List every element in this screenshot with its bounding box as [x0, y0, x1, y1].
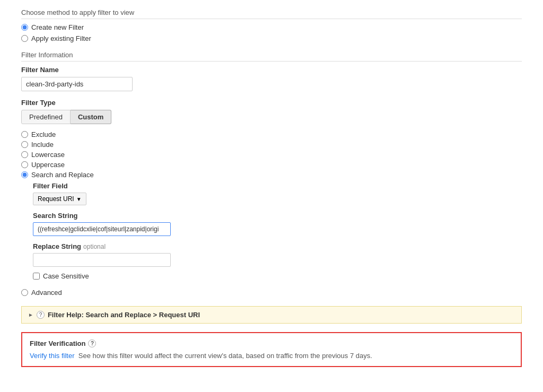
filter-info-section: Filter Information Filter Name Filter Ty…	[21, 51, 522, 297]
search-string-input[interactable]	[33, 222, 171, 236]
advanced-option[interactable]: Advanced	[21, 289, 522, 297]
advanced-section: Advanced	[21, 289, 522, 297]
replace-string-input[interactable]	[33, 253, 171, 267]
create-new-label: Create new Filter	[31, 23, 84, 31]
advanced-radio[interactable]	[21, 289, 28, 296]
custom-options: Exclude Include Lowercase Uppercase Sear…	[21, 130, 522, 280]
verification-title-text: Filter Verification	[30, 339, 85, 347]
create-new-filter-option[interactable]: Create new Filter	[21, 23, 522, 31]
tab-custom[interactable]: Custom	[71, 110, 111, 124]
lowercase-radio[interactable]	[21, 151, 28, 158]
filter-help-text: Filter Help: Search and Replace > Reques…	[48, 311, 200, 319]
filter-name-label: Filter Name	[21, 66, 522, 74]
filter-info-title: Filter Information	[21, 51, 522, 62]
method-section: Choose method to apply filter to view Cr…	[21, 8, 522, 42]
search-replace-details: Filter Field Request URI ▼ Search String…	[33, 182, 522, 280]
filter-type-section: Filter Type Predefined Custom	[21, 99, 522, 124]
verification-body: Verify this filter See how this filter w…	[30, 352, 513, 360]
exclude-radio[interactable]	[21, 131, 28, 138]
lowercase-option[interactable]: Lowercase	[21, 151, 522, 159]
advanced-label: Advanced	[31, 289, 62, 297]
case-sensitive-label: Case Sensitive	[43, 272, 89, 280]
verify-filter-link[interactable]: Verify this filter	[30, 352, 75, 360]
uppercase-label: Uppercase	[31, 161, 65, 169]
replace-string-label-text: Replace String	[33, 242, 81, 250]
apply-existing-label: Apply existing Filter	[31, 34, 91, 42]
include-option[interactable]: Include	[21, 141, 522, 149]
search-string-section: Search String	[33, 212, 522, 236]
filter-help-bar[interactable]: ► ? Filter Help: Search and Replace > Re…	[21, 306, 522, 324]
filter-field-value: Request URI	[38, 195, 74, 203]
case-sensitive-checkbox[interactable]	[33, 273, 40, 280]
exclude-label: Exclude	[31, 130, 56, 138]
uppercase-radio[interactable]	[21, 161, 28, 168]
include-radio[interactable]	[21, 141, 28, 148]
filter-verification-box: Filter Verification ? Verify this filter…	[21, 332, 522, 367]
search-replace-option[interactable]: Search and Replace	[21, 171, 522, 179]
apply-existing-filter-option[interactable]: Apply existing Filter	[21, 34, 522, 42]
apply-existing-radio[interactable]	[21, 35, 28, 42]
include-label: Include	[31, 141, 54, 149]
create-new-radio[interactable]	[21, 24, 28, 31]
uppercase-option[interactable]: Uppercase	[21, 161, 522, 169]
filter-type-label: Filter Type	[21, 99, 522, 107]
exclude-option[interactable]: Exclude	[21, 130, 522, 138]
verification-help-icon[interactable]: ?	[88, 339, 96, 347]
optional-text: optional	[83, 243, 106, 250]
verify-description-text: See how this filter would affect the cur…	[78, 352, 372, 360]
search-replace-radio[interactable]	[21, 171, 28, 178]
search-string-label: Search String	[33, 212, 522, 220]
search-replace-label: Search and Replace	[31, 171, 94, 179]
triangle-icon: ►	[28, 312, 33, 318]
replace-string-section: Replace Stringoptional	[33, 242, 522, 267]
tab-predefined[interactable]: Predefined	[21, 110, 71, 124]
filter-field-label: Filter Field	[33, 182, 522, 190]
verification-title: Filter Verification ?	[30, 339, 513, 347]
lowercase-label: Lowercase	[31, 151, 65, 159]
method-section-title: Choose method to apply filter to view	[21, 8, 522, 19]
filter-name-input[interactable]	[21, 77, 133, 91]
filter-field-dropdown[interactable]: Request URI ▼	[33, 193, 86, 205]
replace-string-label: Replace Stringoptional	[33, 242, 522, 250]
dropdown-arrow-icon: ▼	[76, 196, 82, 202]
help-icon: ?	[37, 311, 45, 319]
search-string-label-text: Search String	[33, 212, 78, 220]
filter-type-tabs: Predefined Custom	[21, 110, 522, 124]
case-sensitive-row[interactable]: Case Sensitive	[33, 272, 522, 280]
